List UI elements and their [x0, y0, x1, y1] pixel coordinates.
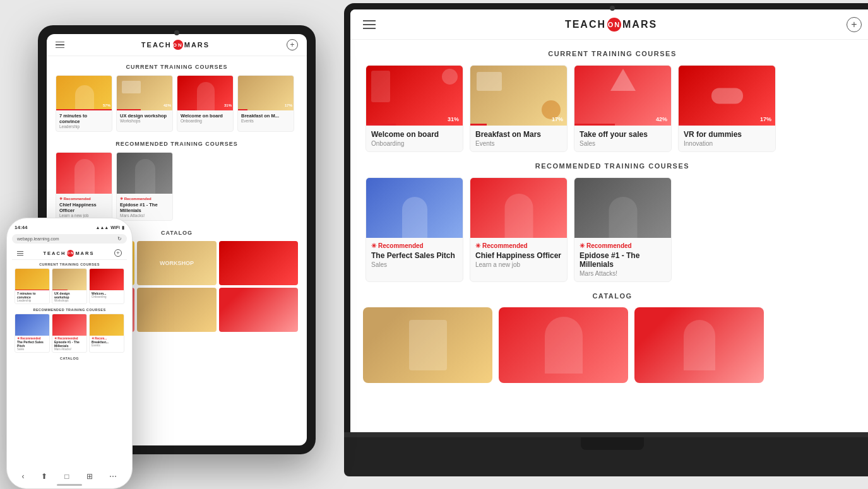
back-icon[interactable]: ‹ — [21, 472, 24, 481]
tablet-rec-card[interactable]: ✳ Recommended Epidose #1 - The Millenial… — [116, 152, 173, 221]
hamburger-icon[interactable] — [363, 20, 376, 29]
phone-course-img — [15, 269, 50, 290]
phone-course-img — [90, 269, 124, 290]
menu-icon[interactable]: ⋯ — [109, 472, 117, 481]
phone-url-bar[interactable]: webapp.learning.com ↻ — [12, 234, 127, 244]
url-text: webapp.learning.com — [17, 237, 59, 241]
tablet-add-button[interactable]: + — [287, 39, 298, 50]
progress-text: 42% — [656, 116, 667, 122]
catalog-item[interactable] — [634, 307, 764, 383]
phone-course[interactable]: UX design workshop Workshops — [52, 268, 87, 304]
tablet-catalog-item[interactable]: WORKSHOP — [137, 241, 216, 285]
tablet-course[interactable]: 42% UX design workshop Workshops — [116, 75, 173, 132]
current-courses-row: 31% Welcome on board Onboarding — [363, 65, 862, 152]
catalog-title: CATALOG — [363, 292, 862, 300]
rec-course-card[interactable]: ✳ Recommended Chief Happiness Officer Le… — [470, 177, 568, 282]
laptop-scroll-content: CURRENT TRAINING COURSES 31% — [350, 40, 868, 432]
phone-rec-info: ✳ Recommended Episode #1 - The Millenial… — [52, 336, 86, 352]
course-title: VR for dummies — [684, 130, 770, 139]
course-category: Mars Attacks! — [580, 270, 666, 277]
tablet-app-header: TEACH ON MARS + — [47, 34, 307, 56]
laptop-notch — [581, 437, 644, 450]
course-card[interactable]: 17% VR for dummies Innovation — [678, 65, 776, 152]
course-image — [366, 178, 463, 238]
rec-star-icon: ✳ — [371, 242, 376, 249]
rec-star-icon: ✳ — [475, 242, 480, 249]
tablet-course-info: UX design workshop Workshops — [117, 110, 172, 126]
tablet-current-row: 57% 7 minutes to convince Leadership 42% — [56, 75, 298, 132]
tablet-recommended-row: ✳ Recommended Chief Happiness Officer Le… — [56, 152, 298, 221]
tablet-course-img: 42% — [117, 76, 173, 110]
rec-course-card[interactable]: ✳ Recommended Epidose #1 - The Millenial… — [574, 177, 672, 282]
add-button[interactable]: + — [847, 17, 862, 32]
progress-text: 17% — [760, 116, 771, 122]
phone-hamburger[interactable] — [17, 251, 23, 256]
phone-home-indicator — [57, 484, 82, 486]
logo-text-mars: MARS — [622, 19, 657, 30]
tablet-course[interactable]: 31% Welcome on board Onboarding — [177, 75, 234, 132]
recommended-badge: ✳ Recommended — [371, 242, 458, 249]
signal-icon: ▲▲▲ — [95, 225, 109, 230]
phone-logo: TEACH ON MARS — [44, 250, 95, 257]
phone-rec-card[interactable]: ✳ Recom... Breakfast... Events — [89, 314, 124, 353]
catalog-item[interactable] — [363, 307, 492, 383]
course-info: Welcome on board Onboarding — [366, 126, 463, 151]
phone-course[interactable]: Welcom... Onboarding — [89, 268, 124, 304]
phone-add-button[interactable]: + — [114, 249, 122, 257]
course-title: Epidose #1 - The Millenials — [580, 251, 666, 269]
recommended-courses-row: ✳ Recommended The Perfect Sales Pitch Sa… — [363, 177, 862, 282]
logo-on: ON — [607, 18, 621, 32]
phone: 14:44 ▲▲▲ WiFi ▮ webapp.learning.com ↻ T… — [6, 218, 133, 489]
course-image — [574, 178, 671, 238]
phone-rec-img — [15, 314, 50, 336]
phone-rec-card[interactable]: ✳ Recommended The Perfect Sales Pitch Sa… — [15, 314, 50, 353]
tablet-hamburger[interactable] — [56, 42, 64, 49]
phone-catalog-title: CATALOG — [12, 356, 127, 360]
tabs-icon[interactable]: ⊞ — [86, 472, 93, 481]
phone-course[interactable]: 7 minutes to convince Leadership — [15, 268, 50, 304]
logo-text-teach: TEACH — [565, 19, 606, 30]
course-card[interactable]: 17% Breakfast on Mars Events — [470, 65, 568, 152]
course-info: Breakfast on Mars Events — [470, 126, 567, 151]
course-category: Sales — [371, 261, 458, 268]
phone-rec-card[interactable]: ✳ Recommended Episode #1 - The Millenial… — [52, 314, 87, 353]
phone-app-header: TEACH ON MARS + — [12, 247, 127, 260]
progress-text: 31% — [448, 116, 459, 122]
logo-on-text: ON — [608, 21, 621, 28]
phone-course-info: Welcom... Onboarding — [90, 290, 124, 300]
tablet-catalog-item[interactable] — [137, 288, 216, 332]
laptop-screen: TEACH ON MARS + CURRENT TRAINING COURSES — [350, 9, 868, 432]
course-info: ✳ Recommended Epidose #1 - The Millenial… — [574, 238, 671, 281]
tablet-course[interactable]: 57% 7 minutes to convince Leadership — [56, 75, 112, 132]
course-card[interactable]: 31% Welcome on board Onboarding — [366, 65, 463, 152]
tablet-catalog-item[interactable] — [219, 241, 298, 285]
course-category: Onboarding — [371, 140, 458, 147]
progress-bar — [574, 124, 615, 126]
phone-content-area: CURRENT TRAINING COURSES 7 minutes to co… — [12, 262, 127, 360]
tablet-course[interactable]: 17% Breakfast on M... Events — [237, 75, 294, 132]
catalog-row — [363, 307, 862, 383]
course-title: Breakfast on Mars — [475, 130, 562, 139]
course-category: Events — [475, 140, 562, 147]
tablet-catalog-item[interactable] — [219, 288, 298, 332]
phone-recommended-title: RECOMMENDED TRAINING COURSES — [12, 308, 127, 312]
tablet-course-img: 57% — [56, 76, 112, 110]
tablet-logo-on: ON — [173, 40, 183, 50]
course-title: The Perfect Sales Pitch — [371, 251, 458, 260]
tablet-rec-card[interactable]: ✳ Recommended Chief Happiness Officer Le… — [56, 152, 112, 221]
course-category: Learn a new job — [475, 261, 562, 268]
catalog-item[interactable] — [499, 307, 628, 383]
laptop-base — [344, 432, 868, 476]
tablet-logo: TEACH ON MARS — [141, 40, 210, 50]
progress-bar — [366, 124, 396, 126]
tablet-logo-teach: TEACH — [141, 41, 172, 49]
phone-bottom-nav: ‹ ⬆ □ ⊞ ⋯ — [7, 472, 132, 481]
phone-current-row: 7 minutes to convince Leadership UX desi… — [15, 268, 124, 304]
course-info: Take off your sales Sales — [574, 126, 671, 151]
phone-logo-on: ON — [67, 250, 74, 257]
share-icon[interactable]: ⬆ — [41, 472, 47, 481]
rec-course-card[interactable]: ✳ Recommended The Perfect Sales Pitch Sa… — [366, 177, 463, 282]
bookmark-icon[interactable]: □ — [64, 472, 69, 481]
tablet-course-info: Breakfast on M... Events — [238, 110, 294, 126]
course-card[interactable]: 42% Take off your sales Sales — [574, 65, 672, 152]
